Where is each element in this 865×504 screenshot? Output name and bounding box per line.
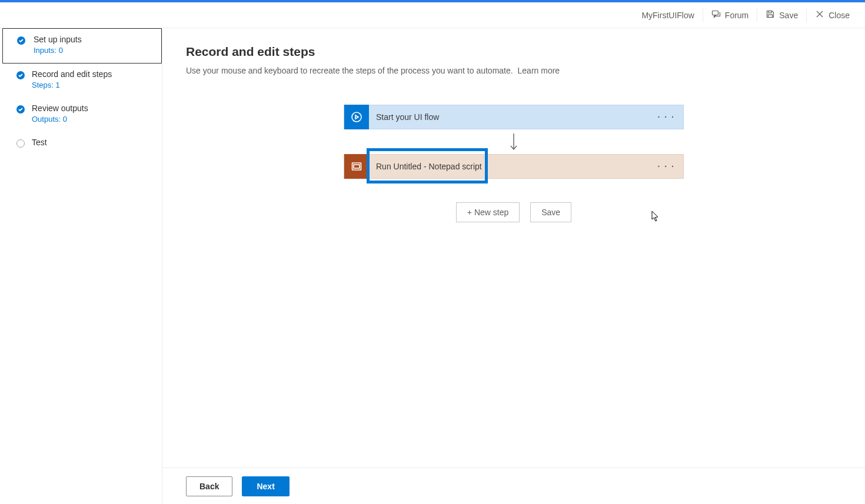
step-subtitle: Steps: 1: [32, 81, 154, 89]
card-more-button[interactable]: · · ·: [650, 112, 683, 122]
save-icon: [766, 9, 775, 21]
step-setup-inputs[interactable]: Set up inputs Inputs: 0: [2, 28, 162, 64]
step-test[interactable]: Test: [0, 132, 162, 155]
new-step-button[interactable]: + New step: [456, 202, 520, 222]
run-script-card[interactable]: Run Untitled - Notepad script · · ·: [344, 154, 684, 179]
close-icon: [815, 9, 824, 21]
page-description: Use your mouse and keyboard to recreate …: [186, 66, 841, 75]
connector-arrow: [510, 133, 518, 151]
canvas-save-button[interactable]: Save: [530, 202, 571, 222]
page-title: Record and edit steps: [186, 45, 841, 59]
header-save-label: Save: [779, 11, 798, 20]
application-icon: [344, 154, 369, 179]
page-header: MyFirstUIFlow Forum Save Close: [0, 2, 865, 28]
wizard-footer: Back Next: [162, 468, 865, 504]
forum-button[interactable]: Forum: [703, 6, 757, 25]
start-flow-card[interactable]: Start your UI flow · · ·: [344, 105, 684, 129]
check-icon: [16, 71, 25, 79]
step-title: Record and edit steps: [32, 69, 154, 79]
svg-point-3: [352, 112, 361, 122]
forum-icon: [711, 9, 721, 21]
step-review-outputs[interactable]: Review outputs Outputs: 0: [0, 98, 162, 132]
step-subtitle: Outputs: 0: [32, 115, 154, 124]
card-more-button[interactable]: · · ·: [650, 162, 683, 171]
card-label: Start your UI flow: [369, 112, 650, 122]
step-title: Set up inputs: [34, 35, 153, 44]
svg-rect-1: [768, 11, 771, 14]
svg-rect-5: [354, 165, 360, 168]
learn-more-link[interactable]: Learn more: [518, 66, 560, 75]
check-icon: [16, 105, 25, 114]
step-subtitle: Inputs: 0: [34, 46, 153, 55]
step-record-edit[interactable]: Record and edit steps Steps: 1: [0, 64, 162, 98]
step-title: Review outputs: [32, 104, 154, 113]
step-title: Test: [32, 138, 154, 147]
card-label: Run Untitled - Notepad script: [369, 162, 650, 171]
close-label: Close: [829, 11, 850, 20]
next-button[interactable]: Next: [242, 476, 289, 496]
back-button[interactable]: Back: [186, 476, 232, 496]
circle-icon: [16, 139, 25, 148]
close-button[interactable]: Close: [807, 6, 858, 25]
flow-name: MyFirstUIFlow: [641, 11, 694, 20]
check-icon: [17, 36, 25, 45]
description-text: Use your mouse and keyboard to recreate …: [186, 66, 513, 75]
svg-rect-0: [712, 11, 718, 15]
svg-rect-2: [768, 15, 773, 18]
play-circle-icon: [344, 105, 369, 129]
wizard-sidebar: Set up inputs Inputs: 0 Record and edit …: [0, 28, 162, 504]
forum-label: Forum: [725, 11, 748, 20]
header-save-button[interactable]: Save: [757, 6, 806, 25]
